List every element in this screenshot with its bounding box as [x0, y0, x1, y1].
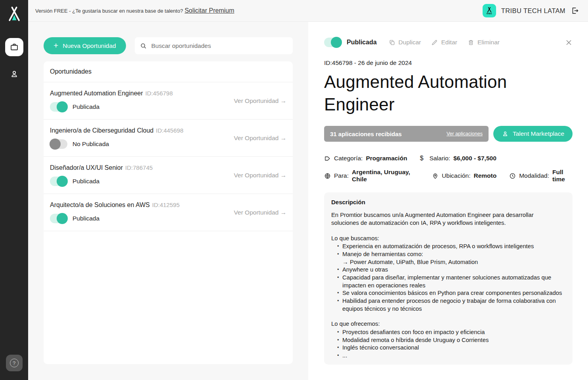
- new-opportunity-button[interactable]: + Nueva Oportunidad: [44, 37, 126, 54]
- list-item-main: Ingeniero/a de Ciberseguridad CloudID:44…: [50, 127, 234, 149]
- toggle-knob: [331, 37, 342, 48]
- description-bullet: ...: [337, 352, 565, 360]
- list-item-title-line: Arquitecto/a de Soluciones en AWSID:4125…: [50, 201, 234, 209]
- publish-toggle[interactable]: [50, 102, 67, 112]
- description-title: Descripción: [331, 198, 565, 206]
- for-label: Para:: [334, 172, 349, 179]
- company-name: TRIBU TECH LATAM: [501, 7, 565, 15]
- for-value: Argentina, Uruguay, Chile: [352, 169, 419, 183]
- opportunity-title: Augmented Automation Engineer: [50, 90, 143, 97]
- list-item-main: Diseñador/a UX/UI SeniorID:786745 Public…: [50, 164, 234, 186]
- toggle-knob: [57, 101, 68, 112]
- main-area: Versión FREE - ¿Te gustaría buscar en nu…: [28, 0, 588, 380]
- list-item[interactable]: Diseñador/a UX/UI SeniorID:786745 Public…: [44, 157, 293, 194]
- opportunity-id: ID:412595: [152, 201, 179, 208]
- edit-button[interactable]: Editar: [431, 39, 457, 46]
- duplicate-label: Duplicar: [399, 39, 421, 46]
- duplicate-button[interactable]: Duplicar: [389, 39, 421, 46]
- trash-icon: [468, 39, 474, 46]
- publish-toggle[interactable]: [50, 139, 67, 149]
- pencil-icon: [431, 39, 438, 46]
- dollar-icon: $: [420, 155, 426, 162]
- salary-value: $6,000 - $7,500: [453, 155, 496, 162]
- meta-location: Ubicación: Remoto: [432, 172, 496, 179]
- help-button[interactable]: ?: [6, 355, 23, 371]
- list-item[interactable]: Arquitecto/a de Soluciones en AWSID:4125…: [44, 194, 293, 231]
- list-item-status: Publicada: [50, 177, 234, 186]
- list-item-title-line: Diseñador/a UX/UI SeniorID:786745: [50, 164, 234, 171]
- publish-toggle[interactable]: [50, 214, 67, 223]
- app-root: ? Versión FREE - ¿Te gustaría buscar en …: [0, 0, 588, 380]
- location-label: Ubicación:: [442, 172, 470, 179]
- description-bullet: Se valora conocimientos básicos en Pytho…: [337, 289, 565, 297]
- toggle-knob: [57, 213, 68, 224]
- offer-list: Proyectos desafiantes con foco en impact…: [331, 329, 565, 360]
- salary-label: Salario:: [430, 155, 451, 162]
- copy-icon: [389, 39, 395, 46]
- delete-button[interactable]: Eliminar: [468, 39, 500, 46]
- detail-status: Publicada: [324, 38, 377, 47]
- sidebar-item-candidates[interactable]: [5, 65, 23, 83]
- opportunities-list-title: Oportunidades: [44, 61, 293, 82]
- clock-icon: [509, 173, 516, 179]
- view-opportunity-link[interactable]: Ver Oportunidad →: [234, 172, 286, 179]
- meta-category: Categoría: Programación: [324, 155, 407, 162]
- list-item-title-line: Augmented Automation EngineerID:456798: [50, 90, 234, 97]
- list-item-status: Publicada: [50, 214, 234, 223]
- search-input[interactable]: [151, 42, 288, 50]
- meta-modality: Modalidad: Full time: [509, 169, 573, 183]
- actions-row: + Nueva Oportunidad: [44, 37, 293, 54]
- description-bullet: Anywhere u otras: [337, 266, 565, 274]
- delete-label: Eliminar: [477, 39, 500, 46]
- detail-status-label: Publicada: [347, 39, 377, 46]
- opportunity-id: ID:786745: [125, 164, 153, 171]
- description-box: Descripción En Promtior buscamos un/a Au…: [324, 192, 573, 365]
- free-version-text: Versión FREE - ¿Te gustaría buscar en nu…: [35, 8, 183, 14]
- view-opportunity-link[interactable]: Ver Oportunidad →: [234, 209, 286, 216]
- search-box: [135, 37, 293, 54]
- applications-bar: 31 aplicaciones recibidas Ver aplicacion…: [324, 126, 489, 142]
- toggle-knob: [50, 139, 61, 150]
- modality-label: Modalidad:: [519, 172, 549, 179]
- meta-row-1: Categoría: Programación $ Salario: $6,00…: [324, 155, 573, 162]
- help-icon: ?: [10, 359, 19, 367]
- close-icon[interactable]: [565, 39, 573, 46]
- tipi-logo-icon: [5, 5, 23, 23]
- description-bullet: Modalidad remota o híbrida desde Uruguay…: [337, 336, 565, 344]
- list-item-title-line: Ingeniero/a de Ciberseguridad CloudID:44…: [50, 127, 234, 134]
- opportunity-detail-pane: Publicada Duplicar: [308, 22, 588, 380]
- description-bullet: Proyectos desafiantes con foco en impact…: [337, 329, 565, 336]
- opportunity-id-date: ID:456798 - 26 de junio de 2024: [324, 59, 573, 66]
- new-opportunity-label: Nueva Oportunidad: [63, 42, 116, 49]
- plus-icon: +: [53, 41, 58, 49]
- sidebar-item-opportunities[interactable]: [5, 38, 23, 56]
- list-item[interactable]: Augmented Automation EngineerID:456798 P…: [44, 82, 293, 120]
- category-label: Categoría:: [334, 155, 363, 162]
- meta-for: Para: Argentina, Uruguay, Chile: [324, 169, 419, 183]
- tag-icon: [324, 155, 331, 162]
- publish-toggle[interactable]: [324, 38, 342, 47]
- company-logo-word: tribu: [487, 12, 492, 15]
- opportunity-title: Diseñador/a UX/UI Senior: [50, 164, 123, 171]
- publish-toggle[interactable]: [50, 177, 67, 186]
- offer-block: Lo que ofrecemos: Proyectos desafiantes …: [331, 320, 565, 359]
- applications-row: 31 aplicaciones recibidas Ver aplicacion…: [324, 126, 573, 142]
- person-icon: [10, 69, 19, 79]
- talent-marketplace-button[interactable]: Talent Marketplace: [493, 126, 573, 142]
- opportunities-list: Augmented Automation EngineerID:456798 P…: [44, 82, 293, 231]
- person-icon: [502, 130, 509, 137]
- offer-title: Lo que ofrecemos:: [331, 320, 565, 328]
- description-bullet: Inglés técnico conversacional: [337, 344, 565, 352]
- top-bar: Versión FREE - ¿Te gustaría buscar en nu…: [28, 0, 588, 22]
- logout-icon[interactable]: [571, 6, 579, 15]
- premium-link[interactable]: Solicitar Premium: [185, 7, 234, 14]
- list-item[interactable]: Ingeniero/a de Ciberseguridad CloudID:44…: [44, 120, 293, 157]
- view-opportunity-link[interactable]: Ver Oportunidad →: [234, 135, 286, 142]
- opportunities-card: Oportunidades Augmented Automation Engin…: [44, 61, 293, 364]
- description-bullet: Habilidad para entender procesos de nego…: [337, 297, 565, 313]
- content: + Nueva Oportunidad Opo: [28, 22, 588, 380]
- view-applications-link[interactable]: Ver aplicaciones: [447, 131, 483, 137]
- opportunity-id: ID:445698: [156, 127, 183, 134]
- view-opportunity-link[interactable]: Ver Oportunidad →: [234, 97, 286, 104]
- detail-header: Publicada Duplicar: [324, 38, 573, 47]
